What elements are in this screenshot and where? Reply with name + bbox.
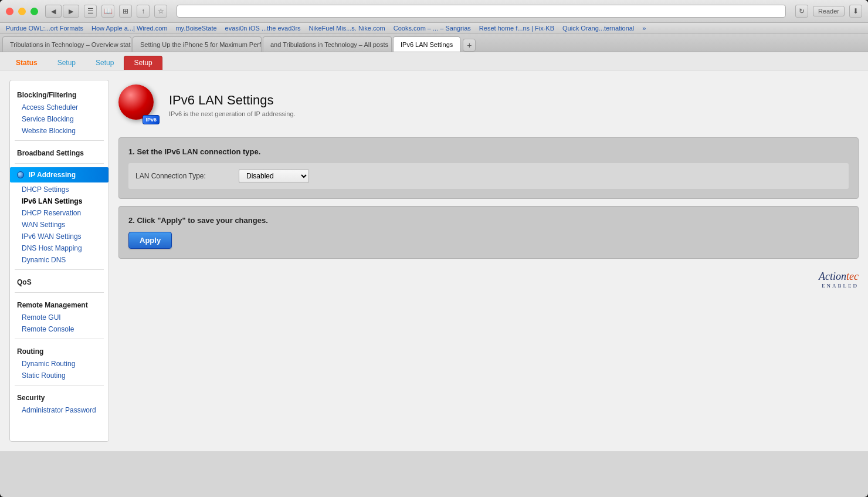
bookmark-boisestate[interactable]: my.BoiseState [175,25,216,32]
bookmark-wired[interactable]: How Apple a...| Wired.com [91,25,167,32]
tab-setup-1[interactable]: Setup [48,56,86,70]
section-title-qos: QoS [10,273,108,289]
sidebar-item-ipv6-lan-settings[interactable]: IPv6 LAN Settings [10,195,108,207]
brand-name: Actiontec [819,271,859,282]
sidebar-item-dynamic-dns[interactable]: Dynamic DNS [10,254,108,266]
divider-4 [15,292,104,293]
sidebar-item-remote-console[interactable]: Remote Console [10,323,108,335]
sphere-icon [118,84,154,120]
apply-button[interactable]: Apply [128,232,172,249]
lan-connection-row: LAN Connection Type: Disabled Auto 6to4 … [128,163,849,189]
lan-connection-select[interactable]: Disabled Auto 6to4 Static [239,169,309,183]
bookmark-nikefuel[interactable]: NikeFuel Mis...s. Nike.com [309,25,385,32]
sidebar: Blocking/Filtering Access Scheduler Serv… [9,80,109,442]
refresh-icon[interactable]: ↻ [795,5,808,18]
bookmarks-more[interactable]: » [642,25,646,32]
downloads-icon[interactable]: ⬇ [849,5,862,18]
titlebar: ◀ ▶ ☰ 📖 ⊞ ↑ ☆ 192.168.0.1/ipv6_lansettin… [0,0,868,23]
tab-setup-2[interactable]: Setup [86,56,124,70]
sidebar-item-remote-gui[interactable]: Remote GUI [10,312,108,323]
step2-panel: 2. Click "Apply" to save your changes. A… [118,206,859,259]
sidebar-item-static-routing[interactable]: Static Routing [10,370,108,381]
page-content: Status Setup Setup Setup Blocking/Filter… [0,52,868,451]
sidebar-item-dns-host-mapping[interactable]: DNS Host Mapping [10,242,108,254]
page-title: IPv6 LAN Settings [169,93,296,108]
page-title-area: IPv6 LAN Settings IPv6 is the next gener… [169,93,296,117]
tab-status[interactable]: Status [6,56,48,70]
bookmark-add-icon[interactable]: ☆ [154,5,167,18]
bookmark-quickorang[interactable]: Quick Orang...ternational [562,25,634,32]
sidebar-active-label: IP Addressing [29,171,76,179]
sidebar-item-dhcp-reservation[interactable]: DHCP Reservation [10,207,108,219]
reader-button[interactable]: Reader [813,6,845,16]
active-indicator-icon [17,171,24,178]
tab-tribulations-overview[interactable]: Tribulations in Technology – Overview st… [2,36,131,52]
brand-enabled: ENABLED [118,283,859,289]
share-icon[interactable]: ↑ [137,5,150,18]
tab-setup-active[interactable]: Setup [124,56,162,70]
section-title-blocking: Blocking/Filtering [10,86,108,102]
bookmark-cooks[interactable]: Cooks.com – ... – Sangrias [394,25,471,32]
tab-iphone5-setup[interactable]: Setting Up the iPhone 5 for Maximum Perf… [133,36,262,52]
divider-2 [15,163,104,164]
address-bar-area: 192.168.0.1/ipv6_lansetting.html — IPv6 … [177,5,786,18]
forward-button[interactable]: ▶ [63,5,79,18]
back-button[interactable]: ◀ [45,5,62,18]
page-header: IPv6 IPv6 LAN Settings IPv6 is the next … [118,80,859,130]
sidebar-item-wan-settings[interactable]: WAN Settings [10,219,108,231]
minimize-button[interactable] [18,8,26,15]
step1-panel: 1. Set the IPv6 LAN connection type. LAN… [118,137,859,199]
sidebar-item-access-scheduler[interactable]: Access Scheduler [10,102,108,113]
main-content-area: IPv6 IPv6 LAN Settings IPv6 is the next … [118,80,859,442]
page-subtitle: IPv6 is the next generation of IP addres… [169,110,296,117]
lan-connection-label: LAN Connection Type: [135,172,229,180]
tab-ipv6-lan[interactable]: IPv6 LAN Settings [393,36,460,52]
new-tab-button[interactable]: + [463,39,476,52]
divider-6 [15,385,104,386]
divider-5 [15,339,104,339]
reader-list-icon[interactable]: ☰ [84,5,97,18]
section-title-routing: Routing [10,343,108,358]
step2-title: 2. Click "Apply" to save your changes. [128,216,849,225]
ipv6-badge: IPv6 [143,115,160,124]
section-title-security: Security [10,389,108,404]
sidebar-item-ip-addressing[interactable]: IP Addressing [10,167,108,182]
page-icon: IPv6 [118,84,160,126]
sidebar-item-ipv6-wan-settings[interactable]: IPv6 WAN Settings [10,231,108,242]
sidebar-item-website-blocking[interactable]: Website Blocking [10,125,108,137]
divider-3 [15,269,104,270]
bookmarks-bar: Purdue OWL:...ort Formats How Apple a...… [0,23,868,34]
bookmark-resethome[interactable]: Reset home f...ns | Fix-KB [479,25,554,32]
address-input[interactable]: 192.168.0.1/ipv6_lansetting.html — IPv6 … [177,5,786,18]
page-nav-tabs: Status Setup Setup Setup [0,52,868,70]
bookmark-purdue[interactable]: Purdue OWL:...ort Formats [6,25,83,32]
close-button[interactable] [6,8,13,15]
tabs-bar: Tribulations in Technology – Overview st… [0,34,868,52]
sidebar-item-dynamic-routing[interactable]: Dynamic Routing [10,358,108,370]
step1-title: 1. Set the IPv6 LAN connection type. [128,147,849,156]
section-title-remote-mgmt: Remote Management [10,296,108,312]
nav-arrows: ◀ ▶ [45,5,79,18]
sidebar-item-dhcp-settings[interactable]: DHCP Settings [10,184,108,195]
maximize-button[interactable] [30,8,38,15]
divider-1 [15,140,104,141]
actiontec-logo: Actiontec ENABLED [118,271,859,289]
tab-tribulations-posts[interactable]: and Tribulations in Technology – All pos… [263,36,392,52]
sidebar-item-service-blocking[interactable]: Service Blocking [10,113,108,125]
sidebar-item-admin-password[interactable]: Administrator Password [10,404,108,416]
bookmark-evasi0n[interactable]: evasi0n iOS ...the evad3rs [225,25,301,32]
section-title-broadband: Broadband Settings [10,144,108,160]
bookmarks-icon[interactable]: 📖 [101,5,114,18]
browser-window: ◀ ▶ ☰ 📖 ⊞ ↑ ☆ 192.168.0.1/ipv6_lansettin… [0,0,868,497]
grid-icon[interactable]: ⊞ [119,5,132,18]
main-layout: Blocking/Filtering Access Scheduler Serv… [0,70,868,451]
